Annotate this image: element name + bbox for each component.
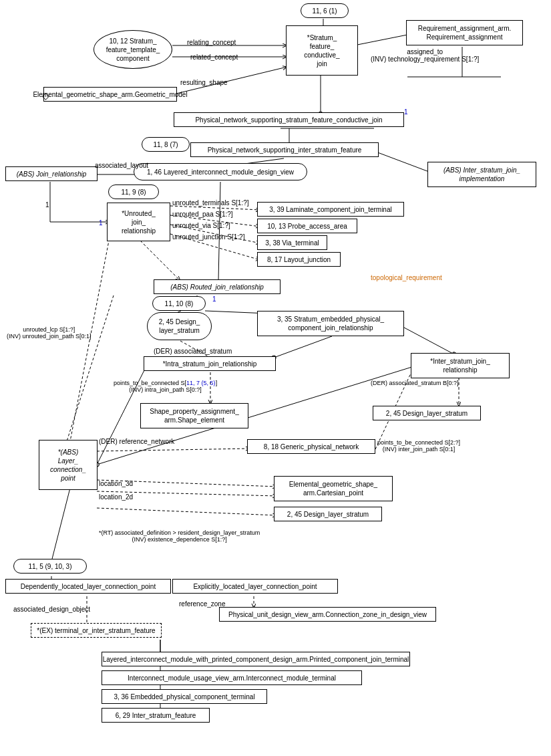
svg-line-23 xyxy=(140,241,180,281)
label-assigned-to: assigned_to(INV) technology_requirement … xyxy=(371,48,479,63)
label-unrouted-paa: unrouted_paa S[1:?] xyxy=(172,211,233,218)
label-rt-associated: *(RT) associated_definition > resident_d… xyxy=(99,529,260,543)
label-points-connected-2: points_to_be_connected S[2:?](INV) inter… xyxy=(377,439,460,453)
design-layer-stratum-3: 2, 45 Design_layer_stratum xyxy=(274,507,382,521)
inter-stratum-join-impl: (ABS) Inter_stratum_join_implementation xyxy=(427,162,536,187)
physical-unit-design-view: Physical_unit_design_view_arm.Connection… xyxy=(219,607,436,622)
label-topological: topological_requirement xyxy=(371,274,442,281)
label-unrouted-junction: unrouted_junction S[1:?] xyxy=(172,233,244,241)
badge-11-8-7: 11, 8 (7) xyxy=(142,137,190,152)
probe-access-area: 10, 13 Probe_access_area xyxy=(257,219,357,233)
label-location-3d: location_3d xyxy=(99,480,133,487)
label-unrouted-terminals: unrouted_terminals S[1:?] xyxy=(172,199,249,207)
badge-11-5-9-10-3: 11, 5 (9, 10, 3) xyxy=(13,559,87,574)
label-points-connected: points_to_be_connected S[11, 7 (5, 5)](I… xyxy=(114,380,217,393)
label-der-reference-network: (DER) reference_network xyxy=(99,438,174,445)
elemental-geometric-shape: Elemental_geometric_shape_arm.Geometric_… xyxy=(43,87,177,102)
design-layer-stratum-1: 2, 45 Design_layer_stratum xyxy=(147,312,212,340)
label-der-stratum-b: (DER) associated_stratum B[0:?] xyxy=(371,380,459,386)
layer-connection-point-abs: *(ABS)Layer_connection_point xyxy=(39,440,98,490)
requirement-assignment-arm: Requirement_assignment_arm.Requirement_a… xyxy=(406,20,523,45)
intra-stratum-join-relationship: *Intra_stratum_join_relationship xyxy=(144,356,276,371)
design-layer-stratum-2: 2, 45 Design_layer_stratum xyxy=(373,406,481,420)
stratum-feature-template-component: 10, 12 Stratum_feature_template_componen… xyxy=(94,30,172,69)
label-1-routed: 1 xyxy=(212,295,216,303)
label-resulting-shape: resulting_shape xyxy=(180,79,228,86)
svg-line-24 xyxy=(218,182,220,281)
svg-line-38 xyxy=(97,508,277,515)
stratum-feature-conductive-join: *Stratum_feature_conductive_join xyxy=(286,25,358,76)
laminate-component-join-terminal: 3, 39 Laminate_component_join_terminal xyxy=(257,202,404,217)
label-unrouted-lcp: unrouted_lcp S[1:?](INV) unrouted_join_p… xyxy=(7,326,91,340)
label-associated-layout: associated_layout xyxy=(95,162,148,169)
join-relationship-abs: (ABS) Join_relationship xyxy=(5,166,98,181)
inter-stratum-join-relationship: *Inter_stratum_join_relationship xyxy=(411,353,510,378)
interconnect-module-usage: Interconnect_module_usage_view_arm.Inter… xyxy=(102,670,362,685)
label-related-concept: related_concept xyxy=(190,53,238,61)
label-1-pns: 1 xyxy=(404,108,408,116)
embedded-physical-component-terminal: 3, 36 Embedded_physical_component_termin… xyxy=(102,689,267,704)
via-terminal: 3, 38 Via_terminal xyxy=(257,235,327,250)
terminal-or-inter-stratum: *(EX) terminal_or_inter_stratum_feature xyxy=(31,623,162,638)
svg-line-35 xyxy=(97,449,250,451)
unrouted-join-relationship: *Unrouted_join_relationship xyxy=(107,203,170,241)
svg-line-15 xyxy=(374,151,431,172)
badge-11-10-8: 11, 10 (8) xyxy=(152,296,206,311)
svg-line-6 xyxy=(354,35,407,45)
label-location-2d: location_2d xyxy=(99,493,133,501)
layered-interconnect-printed: Layered_interconnect_module_with_printed… xyxy=(102,652,410,666)
label-relating-concept: relating_concept xyxy=(187,39,236,46)
elemental-geometric-cartesian: Elemental_geometric_shape_arm.Cartesian_… xyxy=(274,476,393,501)
svg-line-29 xyxy=(274,336,332,358)
label-der-associated-stratum: (DER) associated_stratum xyxy=(154,348,232,355)
physical-network-inter: Physical_network_supporting_inter_stratu… xyxy=(190,142,379,157)
svg-text:1: 1 xyxy=(45,201,49,209)
badge-top: 11, 6 (1) xyxy=(301,3,349,18)
label-unrouted-via: unrouted_via S[1:?] xyxy=(172,222,230,229)
physical-network-supporting-stratum: Physical_network_supporting_stratum_feat… xyxy=(174,112,404,127)
shape-property-assignment: Shape_property_assignment_arm.Shape_elem… xyxy=(140,403,248,428)
label-associated-design-object: associated_design_object xyxy=(13,606,90,613)
diagram-container: 1 xyxy=(0,0,551,756)
layered-interconnect-module: 1, 46 Layered_interconnect_module_design… xyxy=(134,163,307,180)
dependently-located-lcp: Dependently_located_layer_connection_poi… xyxy=(5,579,171,594)
svg-line-30 xyxy=(404,328,454,354)
svg-line-39 xyxy=(51,488,70,561)
diamond-elemental: ◇ xyxy=(42,90,49,101)
routed-join-relationship-abs: (ABS) Routed_join_relationship xyxy=(154,279,281,294)
inter-stratum-feature: 6, 29 Inter_stratum_feature xyxy=(102,708,210,723)
stratum-embedded-physical: 3, 35 Stratum_embedded_physical_componen… xyxy=(257,311,404,336)
svg-line-33 xyxy=(67,295,114,441)
layout-junction: 8, 17 Layout_junction xyxy=(257,252,341,267)
generic-physical-network: 8, 18 Generic_physical_network xyxy=(247,439,375,454)
explicitly-located-lcp: Explicitly_located_layer_connection_poin… xyxy=(172,579,338,594)
label-1-unrouted: 1 xyxy=(99,219,103,227)
badge-11-9-8: 11, 9 (8) xyxy=(108,184,159,199)
